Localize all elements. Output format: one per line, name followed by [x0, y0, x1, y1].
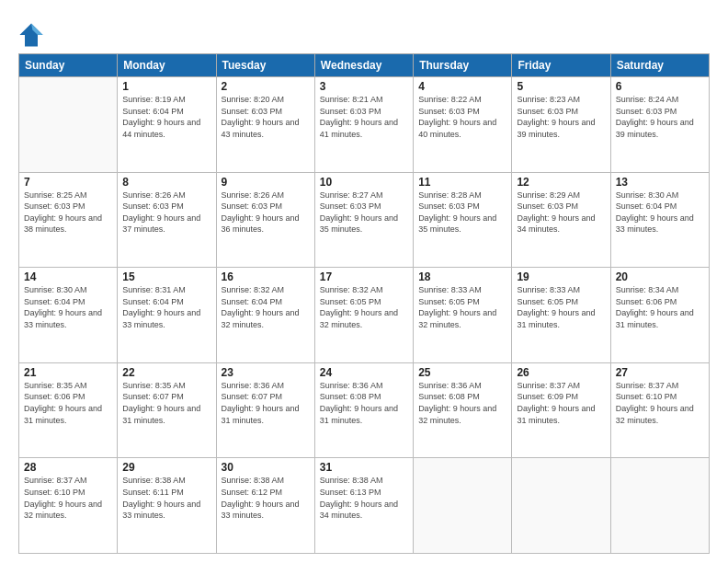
- day-info: Sunrise: 8:21 AMSunset: 6:03 PMDaylight:…: [320, 94, 408, 140]
- calendar-cell: 4Sunrise: 8:22 AMSunset: 6:03 PMDaylight…: [414, 77, 512, 173]
- calendar-cell: 11Sunrise: 8:28 AMSunset: 6:03 PMDayligh…: [414, 172, 512, 268]
- day-number: 4: [418, 80, 506, 93]
- calendar-cell: 29Sunrise: 8:38 AMSunset: 6:11 PMDayligh…: [118, 458, 216, 554]
- calendar-cell: 22Sunrise: 8:35 AMSunset: 6:07 PMDayligh…: [118, 362, 216, 458]
- day-number: 21: [24, 366, 112, 379]
- calendar-cell: [414, 458, 512, 554]
- day-number: 13: [616, 176, 704, 189]
- weekday-header-sunday: Sunday: [19, 54, 118, 77]
- day-number: 11: [418, 176, 506, 189]
- calendar-cell: 14Sunrise: 8:30 AMSunset: 6:04 PMDayligh…: [19, 268, 118, 363]
- day-info: Sunrise: 8:35 AMSunset: 6:07 PMDaylight:…: [122, 380, 210, 426]
- calendar-cell: 27Sunrise: 8:37 AMSunset: 6:10 PMDayligh…: [610, 362, 709, 458]
- day-number: 6: [616, 80, 704, 93]
- day-info: Sunrise: 8:24 AMSunset: 6:03 PMDaylight:…: [616, 94, 704, 140]
- day-info: Sunrise: 8:30 AMSunset: 6:04 PMDaylight:…: [24, 284, 112, 330]
- day-number: 29: [122, 461, 210, 474]
- logo: [18, 22, 48, 48]
- day-info: Sunrise: 8:28 AMSunset: 6:03 PMDaylight:…: [418, 190, 506, 236]
- calendar-table: SundayMondayTuesdayWednesdayThursdayFrid…: [18, 53, 710, 554]
- day-number: 8: [122, 176, 210, 189]
- calendar-cell: 16Sunrise: 8:32 AMSunset: 6:04 PMDayligh…: [216, 268, 314, 363]
- weekday-header-tuesday: Tuesday: [216, 54, 314, 77]
- day-info: Sunrise: 8:27 AMSunset: 6:03 PMDaylight:…: [320, 190, 408, 236]
- header: [18, 18, 710, 48]
- day-number: 16: [222, 270, 310, 283]
- calendar-cell: [19, 77, 118, 173]
- weekday-header-monday: Monday: [118, 54, 216, 77]
- calendar-cell: 3Sunrise: 8:21 AMSunset: 6:03 PMDaylight…: [314, 77, 413, 173]
- day-info: Sunrise: 8:30 AMSunset: 6:04 PMDaylight:…: [616, 190, 704, 236]
- calendar-cell: 6Sunrise: 8:24 AMSunset: 6:03 PMDaylight…: [610, 77, 709, 173]
- day-info: Sunrise: 8:26 AMSunset: 6:03 PMDaylight:…: [122, 190, 210, 236]
- day-info: Sunrise: 8:22 AMSunset: 6:03 PMDaylight:…: [418, 94, 506, 140]
- calendar-cell: 7Sunrise: 8:25 AMSunset: 6:03 PMDaylight…: [19, 172, 118, 268]
- calendar-cell: 9Sunrise: 8:26 AMSunset: 6:03 PMDaylight…: [216, 172, 314, 268]
- logo-icon: [18, 22, 44, 48]
- day-info: Sunrise: 8:29 AMSunset: 6:03 PMDaylight:…: [517, 190, 605, 236]
- day-info: Sunrise: 8:32 AMSunset: 6:05 PMDaylight:…: [320, 284, 408, 330]
- calendar-week-row: 21Sunrise: 8:35 AMSunset: 6:06 PMDayligh…: [19, 362, 710, 458]
- day-number: 7: [24, 176, 112, 189]
- day-number: 30: [222, 461, 310, 474]
- day-number: 20: [616, 270, 704, 283]
- day-number: 2: [222, 80, 310, 93]
- day-number: 12: [517, 176, 605, 189]
- day-info: Sunrise: 8:38 AMSunset: 6:11 PMDaylight:…: [122, 475, 210, 521]
- day-number: 14: [24, 270, 112, 283]
- calendar-week-row: 14Sunrise: 8:30 AMSunset: 6:04 PMDayligh…: [19, 268, 710, 363]
- day-number: 26: [517, 366, 605, 379]
- calendar-cell: 12Sunrise: 8:29 AMSunset: 6:03 PMDayligh…: [512, 172, 610, 268]
- day-info: Sunrise: 8:33 AMSunset: 6:05 PMDaylight:…: [418, 284, 506, 330]
- day-info: Sunrise: 8:36 AMSunset: 6:08 PMDaylight:…: [418, 380, 506, 426]
- weekday-header-saturday: Saturday: [610, 54, 709, 77]
- calendar-cell: 18Sunrise: 8:33 AMSunset: 6:05 PMDayligh…: [414, 268, 512, 363]
- day-number: 24: [320, 366, 408, 379]
- calendar-week-row: 1Sunrise: 8:19 AMSunset: 6:04 PMDaylight…: [19, 77, 710, 173]
- calendar-cell: 25Sunrise: 8:36 AMSunset: 6:08 PMDayligh…: [414, 362, 512, 458]
- day-number: 25: [418, 366, 506, 379]
- day-info: Sunrise: 8:37 AMSunset: 6:09 PMDaylight:…: [517, 380, 605, 426]
- day-info: Sunrise: 8:34 AMSunset: 6:06 PMDaylight:…: [616, 284, 704, 330]
- day-number: 19: [517, 270, 605, 283]
- day-number: 1: [122, 80, 210, 93]
- day-number: 27: [616, 366, 704, 379]
- day-info: Sunrise: 8:38 AMSunset: 6:13 PMDaylight:…: [320, 475, 408, 521]
- calendar-cell: [610, 458, 709, 554]
- weekday-header-thursday: Thursday: [414, 54, 512, 77]
- day-info: Sunrise: 8:37 AMSunset: 6:10 PMDaylight:…: [24, 475, 112, 521]
- day-number: 23: [222, 366, 310, 379]
- calendar-cell: 19Sunrise: 8:33 AMSunset: 6:05 PMDayligh…: [512, 268, 610, 363]
- day-info: Sunrise: 8:38 AMSunset: 6:12 PMDaylight:…: [222, 475, 310, 521]
- day-info: Sunrise: 8:37 AMSunset: 6:10 PMDaylight:…: [616, 380, 704, 426]
- day-info: Sunrise: 8:36 AMSunset: 6:08 PMDaylight:…: [320, 380, 408, 426]
- day-number: 18: [418, 270, 506, 283]
- calendar-cell: 28Sunrise: 8:37 AMSunset: 6:10 PMDayligh…: [19, 458, 118, 554]
- calendar-cell: 10Sunrise: 8:27 AMSunset: 6:03 PMDayligh…: [314, 172, 413, 268]
- day-info: Sunrise: 8:23 AMSunset: 6:03 PMDaylight:…: [517, 94, 605, 140]
- calendar-cell: 2Sunrise: 8:20 AMSunset: 6:03 PMDaylight…: [216, 77, 314, 173]
- day-info: Sunrise: 8:20 AMSunset: 6:03 PMDaylight:…: [222, 94, 310, 140]
- day-info: Sunrise: 8:26 AMSunset: 6:03 PMDaylight:…: [222, 190, 310, 236]
- day-number: 9: [222, 176, 310, 189]
- day-number: 15: [122, 270, 210, 283]
- day-info: Sunrise: 8:33 AMSunset: 6:05 PMDaylight:…: [517, 284, 605, 330]
- calendar-cell: 30Sunrise: 8:38 AMSunset: 6:12 PMDayligh…: [216, 458, 314, 554]
- day-number: 5: [517, 80, 605, 93]
- day-number: 17: [320, 270, 408, 283]
- calendar-cell: 20Sunrise: 8:34 AMSunset: 6:06 PMDayligh…: [610, 268, 709, 363]
- calendar-cell: 23Sunrise: 8:36 AMSunset: 6:07 PMDayligh…: [216, 362, 314, 458]
- calendar-cell: 13Sunrise: 8:30 AMSunset: 6:04 PMDayligh…: [610, 172, 709, 268]
- day-info: Sunrise: 8:19 AMSunset: 6:04 PMDaylight:…: [122, 94, 210, 140]
- calendar-cell: 31Sunrise: 8:38 AMSunset: 6:13 PMDayligh…: [314, 458, 413, 554]
- calendar-cell: 17Sunrise: 8:32 AMSunset: 6:05 PMDayligh…: [314, 268, 413, 363]
- calendar-cell: 15Sunrise: 8:31 AMSunset: 6:04 PMDayligh…: [118, 268, 216, 363]
- calendar-cell: 1Sunrise: 8:19 AMSunset: 6:04 PMDaylight…: [118, 77, 216, 173]
- page: SundayMondayTuesdayWednesdayThursdayFrid…: [0, 0, 728, 563]
- calendar-cell: 24Sunrise: 8:36 AMSunset: 6:08 PMDayligh…: [314, 362, 413, 458]
- calendar-cell: 21Sunrise: 8:35 AMSunset: 6:06 PMDayligh…: [19, 362, 118, 458]
- day-info: Sunrise: 8:36 AMSunset: 6:07 PMDaylight:…: [222, 380, 310, 426]
- day-number: 31: [320, 461, 408, 474]
- weekday-header-wednesday: Wednesday: [314, 54, 413, 77]
- calendar-week-row: 28Sunrise: 8:37 AMSunset: 6:10 PMDayligh…: [19, 458, 710, 554]
